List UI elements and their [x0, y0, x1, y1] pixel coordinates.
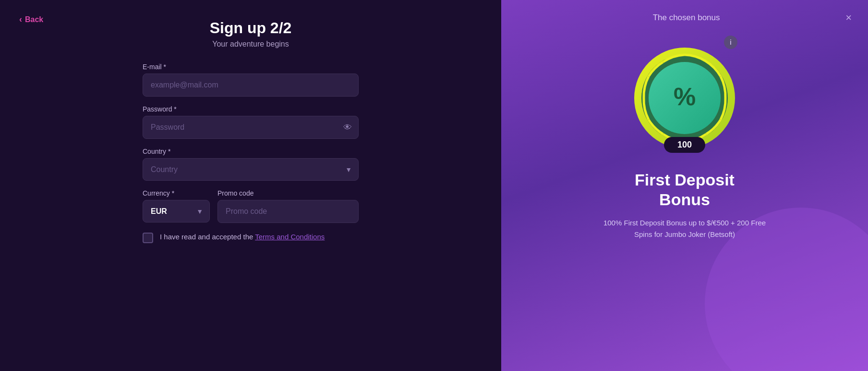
form-subtitle: Your adventure begins [143, 40, 359, 49]
currency-field-group: Currency * EUR USD GBP CAD AUD NOK SEK P… [143, 189, 210, 223]
close-button[interactable]: × [844, 10, 854, 26]
email-input[interactable] [143, 74, 359, 97]
currency-promo-row: Currency * EUR USD GBP CAD AUD NOK SEK P… [143, 189, 359, 223]
terms-checkbox[interactable] [143, 233, 153, 243]
terms-link[interactable]: Terms and Conditions [255, 233, 325, 241]
panel-title: The chosen bonus [529, 13, 844, 23]
info-label: i [730, 38, 732, 46]
email-label: E-mail * [143, 63, 359, 71]
password-field-group: Password * 👁 [143, 105, 359, 139]
terms-static-text: I have read and accepted the [160, 233, 255, 241]
password-label: Password * [143, 105, 359, 113]
eye-icon[interactable]: 👁 [343, 123, 352, 133]
promo-field-group: Promo code [217, 189, 359, 223]
promo-label: Promo code [217, 189, 359, 197]
chevron-left-icon: ‹ [19, 14, 22, 25]
bonus-description: 100% First Deposit Bonus up to $/€500 + … [603, 217, 766, 240]
country-field-group: Country * Country Afghanistan Albania Al… [143, 148, 359, 181]
currency-select[interactable]: EUR USD GBP CAD AUD NOK SEK PLN [143, 200, 210, 223]
currency-label: Currency * [143, 189, 210, 197]
bonus-title-line1: First Deposit [635, 171, 735, 189]
email-field-group: E-mail * [143, 63, 359, 97]
svg-text:%: % [674, 83, 696, 111]
back-button[interactable]: ‹ Back [19, 14, 43, 25]
back-label: Back [25, 15, 43, 24]
bonus-title-line2: Bonus [659, 190, 710, 209]
terms-row: I have read and accepted the Terms and C… [143, 232, 359, 243]
password-input[interactable] [143, 116, 359, 139]
panel-header: The chosen bonus × [516, 10, 854, 26]
info-badge[interactable]: i [724, 36, 737, 49]
bonus-circle-container: % i 100 [632, 36, 737, 161]
country-select-wrapper: Country Afghanistan Albania Algeria Arge… [143, 158, 359, 181]
bonus-number-label: 100 [664, 137, 705, 153]
country-label: Country * [143, 148, 359, 155]
terms-text: I have read and accepted the Terms and C… [160, 232, 325, 243]
password-wrapper: 👁 [143, 116, 359, 139]
right-panel: The chosen bonus × [501, 0, 868, 371]
signup-form: Sign up 2/2 Your adventure begins E-mail… [143, 19, 359, 243]
form-title: Sign up 2/2 [143, 19, 359, 37]
currency-select-wrapper: EUR USD GBP CAD AUD NOK SEK PLN ▼ [143, 200, 210, 223]
bonus-circle-svg: % [632, 45, 737, 151]
promo-input[interactable] [217, 200, 359, 223]
left-panel: ‹ Back Sign up 2/2 Your adventure begins… [0, 0, 501, 371]
country-select[interactable]: Country Afghanistan Albania Algeria Arge… [143, 158, 359, 181]
bonus-title: First Deposit Bonus [635, 170, 735, 210]
